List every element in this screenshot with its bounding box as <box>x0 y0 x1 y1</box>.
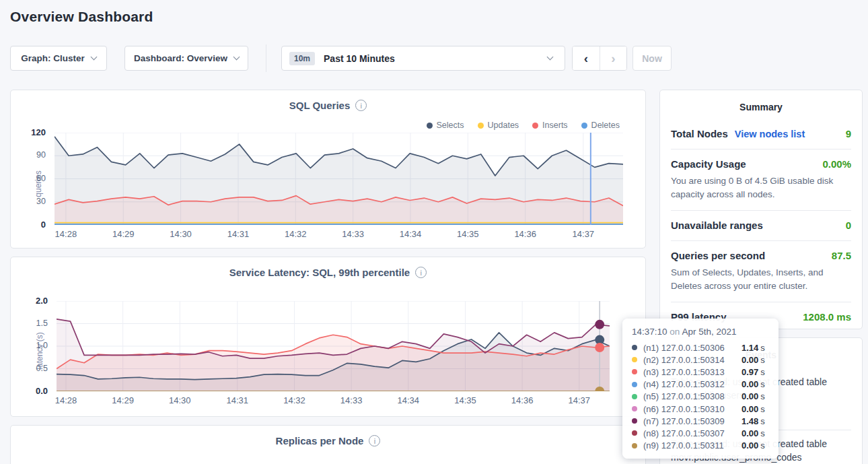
legend-item[interactable]: Inserts <box>532 121 568 130</box>
summary-row-label: Capacity Usage <box>671 158 746 170</box>
summary-row: Capacity Usage0.00%You are using 0 B of … <box>671 149 851 210</box>
summary-row-label: Queries per second <box>671 250 765 261</box>
node-color-dot-icon <box>632 406 637 411</box>
dashboard-dropdown-label: Dashboard: Overview <box>134 53 227 63</box>
x-axis-tick: 14:30 <box>169 395 191 405</box>
x-axis-tick: 14:31 <box>227 395 249 405</box>
summary-row-value: 0 <box>846 220 851 231</box>
tooltip-node-label: (n1) 127.0.0.1:50306 <box>643 343 742 353</box>
tooltip-node-unit: s <box>760 367 765 377</box>
legend-dot-icon <box>478 123 484 129</box>
y-axis-tick: 90 <box>36 150 46 160</box>
sql-queries-title: SQL Queries <box>289 100 351 111</box>
sql-y-ticks: 0306090120 <box>11 133 51 225</box>
x-axis-tick: 14:32 <box>285 229 307 239</box>
x-axis-tick: 14:33 <box>340 395 363 405</box>
tooltip-node-label: (n8) 127.0.0.1:50307 <box>643 428 742 438</box>
node-color-dot-icon <box>632 430 637 436</box>
tooltip-node-row: (n7) 127.0.0.1:503091.48s <box>632 415 769 427</box>
tooltip-node-label: (n4) 127.0.0.1:50312 <box>643 379 742 389</box>
tooltip-node-unit: s <box>760 440 765 451</box>
node-color-dot-icon <box>632 443 637 449</box>
x-axis-tick: 14:34 <box>398 395 420 405</box>
x-axis-tick: 14:35 <box>454 395 476 405</box>
tooltip-node-value: 0.97 <box>742 367 758 377</box>
x-axis-tick: 14:33 <box>342 229 364 239</box>
summary-row: Queries per second87.5Sum of Selects, Up… <box>671 240 851 302</box>
tooltip-timestamp: 14:37:10 on Apr 5th, 2021 <box>632 327 769 337</box>
tooltip-node-label: (n9) 127.0.0.1:50311 <box>643 440 742 451</box>
x-axis-tick: 14:36 <box>514 229 536 239</box>
tooltip-node-row: (n8) 127.0.0.1:503070.00s <box>632 427 769 439</box>
time-range-label: Past 10 Minutes <box>324 53 395 64</box>
replicas-per-node-title: Replicas per Node <box>276 435 364 446</box>
summary-row-value: 1208.0 ms <box>803 311 851 323</box>
tooltip-node-row: (n4) 127.0.0.1:503120.00s <box>632 378 769 391</box>
tooltip-node-label: (n6) 127.0.0.1:50310 <box>643 404 742 414</box>
service-latency-plot[interactable] <box>57 301 610 391</box>
node-color-dot-icon <box>632 369 637 374</box>
dashboard-dropdown[interactable]: Dashboard: Overview <box>124 46 248 71</box>
tooltip-node-unit: s <box>760 391 765 401</box>
x-axis-tick: 14:36 <box>511 395 534 405</box>
tooltip-node-value: 0.00 <box>742 379 758 389</box>
node-color-dot-icon <box>632 382 637 387</box>
x-axis-tick: 14:35 <box>457 229 479 239</box>
tooltip-node-row: (n6) 127.0.0.1:503100.00s <box>632 403 769 415</box>
x-axis-tick: 14:29 <box>112 229 135 239</box>
summary-row-value: 0.00% <box>822 158 851 170</box>
x-axis-tick: 14:37 <box>573 229 595 239</box>
summary-row-description: You are using 0 B of 4.5 GiB usable disk… <box>671 174 851 201</box>
info-icon[interactable]: i <box>369 435 380 446</box>
y-axis-tick: 0.5 <box>36 364 48 373</box>
graph-dropdown[interactable]: Graph: Cluster <box>10 46 107 71</box>
tooltip-node-value: 0.00 <box>742 428 758 438</box>
replicas-per-node-card: Replicas per Node i <box>10 425 646 464</box>
info-icon[interactable]: i <box>415 267 427 278</box>
summary-row-label: Unavailable ranges <box>671 220 763 231</box>
legend-item[interactable]: Selects <box>427 121 464 130</box>
x-axis-tick: 14:28 <box>55 395 77 405</box>
legend-item[interactable]: Updates <box>478 121 519 130</box>
chevron-down-icon <box>233 54 240 61</box>
summary-title: Summary <box>660 90 862 112</box>
legend-label: Deletes <box>591 121 620 130</box>
x-axis-tick: 14:29 <box>112 395 134 405</box>
tooltip-node-label: (n5) 127.0.0.1:50308 <box>643 391 742 401</box>
time-range-selector[interactable]: 10m Past 10 Minutes <box>281 46 565 71</box>
legend-dot-icon <box>581 123 587 129</box>
node-color-dot-icon <box>632 357 637 362</box>
node-color-dot-icon <box>632 418 637 424</box>
chevron-down-icon <box>90 54 97 61</box>
time-range-badge: 10m <box>289 52 315 65</box>
sql-x-ticks: 14:2814:2914:3014:3114:3214:3314:3414:35… <box>55 229 623 240</box>
view-nodes-list-link[interactable]: View nodes list <box>735 129 805 139</box>
node-color-dot-icon <box>632 345 637 350</box>
chart-hover-tooltip: 14:37:10 on Apr 5th, 2021 (n1) 127.0.0.1… <box>622 319 779 459</box>
y-axis-tick: 1.5 <box>36 319 48 328</box>
legend-item[interactable]: Deletes <box>581 121 620 130</box>
tooltip-node-row: (n1) 127.0.0.1:503061.14s <box>632 341 769 354</box>
latency-x-ticks: 14:2814:2914:3014:3114:3214:3314:3414:35… <box>57 395 610 406</box>
chevron-down-icon <box>547 54 554 61</box>
tooltip-node-value: 0.00 <box>742 391 758 401</box>
time-prev-button[interactable]: ‹ <box>573 46 600 70</box>
now-button[interactable]: Now <box>632 46 672 71</box>
sql-queries-plot[interactable] <box>55 133 623 225</box>
time-next-button[interactable]: › <box>600 46 626 70</box>
time-nav-group: ‹ › <box>572 46 627 71</box>
summary-row-label: Total Nodes <box>671 128 728 139</box>
tooltip-node-row: (n2) 127.0.0.1:503140.00s <box>632 354 769 366</box>
x-axis-tick: 14:32 <box>283 395 305 405</box>
tooltip-node-unit: s <box>760 355 765 365</box>
info-icon[interactable]: i <box>355 100 367 111</box>
sql-queries-legend: SelectsUpdatesInsertsDeletes <box>427 121 620 130</box>
tooltip-node-label: (n7) 127.0.0.1:50309 <box>643 416 742 426</box>
legend-label: Updates <box>488 121 519 130</box>
tooltip-node-unit: s <box>760 343 765 353</box>
y-axis-tick: 30 <box>36 197 46 206</box>
y-axis-tick: 120 <box>31 127 46 137</box>
tooltip-node-label: (n3) 127.0.0.1:50313 <box>643 367 742 377</box>
tooltip-node-value: 1.14 <box>742 343 758 353</box>
y-axis-tick: 2.0 <box>36 296 48 306</box>
